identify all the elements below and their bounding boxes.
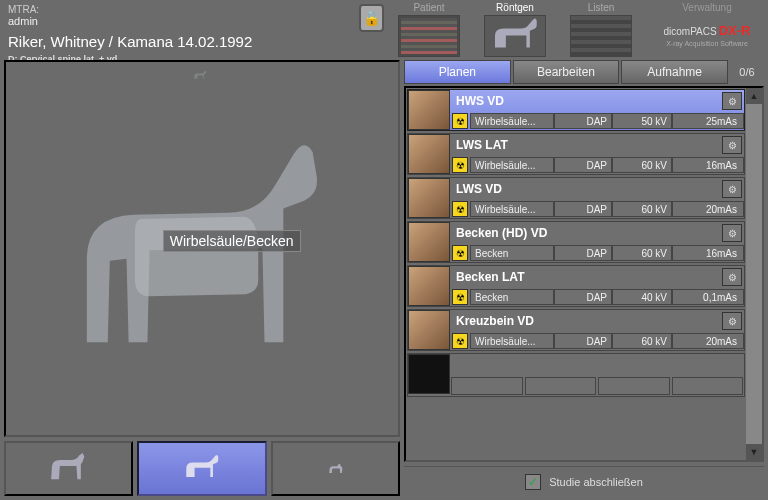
exam-kv: 60 kV xyxy=(612,245,672,261)
exam-row[interactable]: Becken LAT⚙☢BeckenDAP40 kV0,1mAs xyxy=(407,265,745,307)
species-horse[interactable] xyxy=(4,441,133,496)
exam-settings-button[interactable]: ⚙ xyxy=(722,312,742,330)
scroll-track[interactable] xyxy=(746,104,762,444)
nav-listen-label: Listen xyxy=(588,2,615,13)
exam-empty-row xyxy=(407,353,745,397)
nav-patient-label: Patient xyxy=(413,2,444,13)
exam-title: HWS VD xyxy=(450,94,722,108)
logo-brand: dicomPACS xyxy=(664,26,717,37)
tab-bearbeiten[interactable]: Bearbeiten xyxy=(513,60,620,84)
exam-kv: 60 kV xyxy=(612,333,672,349)
exam-mas: 20mAs xyxy=(672,201,744,217)
nav-patient-thumb xyxy=(398,15,460,57)
exam-category: Wirbelsäule... xyxy=(470,333,554,349)
settings-icon: ⚙ xyxy=(728,140,737,151)
exam-kv: 60 kV xyxy=(612,201,672,217)
radiation-icon: ☢ xyxy=(452,245,468,261)
exam-dap: DAP xyxy=(554,289,612,305)
species-cat[interactable] xyxy=(271,441,400,496)
exam-category: Wirbelsäule... xyxy=(470,157,554,173)
nav-listen[interactable]: Listen xyxy=(566,2,636,58)
exam-thumb xyxy=(408,90,450,130)
species-selector xyxy=(4,441,400,496)
nav-patient[interactable]: Patient xyxy=(394,2,464,58)
exam-settings-button[interactable]: ⚙ xyxy=(722,224,742,242)
exam-row[interactable]: Kreuzbein VD⚙☢Wirbelsäule...DAP60 kV20mA… xyxy=(407,309,745,351)
nav-roentgen-thumb xyxy=(484,15,546,57)
exam-thumb xyxy=(408,178,450,218)
exam-title: LWS VD xyxy=(450,182,722,196)
settings-icon: ⚙ xyxy=(728,272,737,283)
exam-mas: 25mAs xyxy=(672,113,744,129)
finish-study-row[interactable]: ✓ Studie abschließen xyxy=(404,466,764,496)
exam-category: Becken xyxy=(470,289,554,305)
tab-planen[interactable]: Planen xyxy=(404,60,511,84)
exam-dap: DAP xyxy=(554,245,612,261)
exam-title: Becken (HD) VD xyxy=(450,226,722,240)
scroll-down-icon[interactable]: ▼ xyxy=(746,444,762,460)
exam-thumb xyxy=(408,310,450,350)
exam-category: Wirbelsäule... xyxy=(470,201,554,217)
exam-title: Becken LAT xyxy=(450,270,722,284)
exam-dap: DAP xyxy=(554,157,612,173)
exam-dap: DAP xyxy=(554,113,612,129)
scroll-up-icon[interactable]: ▲ xyxy=(746,88,762,104)
tab-count: 0/6 xyxy=(730,66,764,78)
mtra-label: MTRA: xyxy=(8,4,351,15)
exam-kv: 60 kV xyxy=(612,157,672,173)
exam-mas: 16mAs xyxy=(672,157,744,173)
exam-mas: 20mAs xyxy=(672,333,744,349)
exam-row[interactable]: LWS VD⚙☢Wirbelsäule...DAP60 kV20mAs xyxy=(407,177,745,219)
exam-thumb xyxy=(408,134,450,174)
nav-verwaltung[interactable]: Verwaltung xyxy=(682,2,731,13)
logo-subtitle: X-ray Acquisition Software xyxy=(666,40,748,47)
exam-row[interactable]: Becken (HD) VD⚙☢BeckenDAP60 kV16mAs xyxy=(407,221,745,263)
horse-icon xyxy=(31,453,106,484)
exam-row[interactable]: LWS LAT⚙☢Wirbelsäule...DAP60 kV16mAs xyxy=(407,133,745,175)
exam-kv: 40 kV xyxy=(612,289,672,305)
nav-listen-thumb xyxy=(570,15,632,57)
mini-dog-icon xyxy=(192,70,212,83)
exam-mas: 16mAs xyxy=(672,245,744,261)
radiation-icon: ☢ xyxy=(452,289,468,305)
exam-settings-button[interactable]: ⚙ xyxy=(722,268,742,286)
exam-mas: 0,1mAs xyxy=(672,289,744,305)
mode-tabs: Planen Bearbeiten Aufnahme 0/6 xyxy=(404,60,764,84)
lock-button[interactable]: 🔒 xyxy=(359,4,384,32)
exam-thumb-empty xyxy=(408,354,450,394)
top-bar: MTRA: admin Riker, Whitney / Kamana 14.0… xyxy=(0,0,768,60)
settings-icon: ⚙ xyxy=(728,316,737,327)
exam-category: Becken xyxy=(470,245,554,261)
radiation-icon: ☢ xyxy=(452,201,468,217)
radiation-icon: ☢ xyxy=(452,157,468,173)
check-icon: ✓ xyxy=(525,474,541,490)
exam-row[interactable]: HWS VD⚙☢Wirbelsäule...DAP50 kV25mAs xyxy=(407,89,745,131)
nav-roentgen-label: Röntgen xyxy=(496,2,534,13)
radiation-icon: ☢ xyxy=(452,113,468,129)
exam-kv: 50 kV xyxy=(612,113,672,129)
nav-thumbnails: Patient Röntgen Listen Verwaltung dicomP… xyxy=(388,0,768,60)
species-dog[interactable] xyxy=(137,441,266,496)
exam-dap: DAP xyxy=(554,333,612,349)
nav-roentgen[interactable]: Röntgen xyxy=(480,2,550,58)
exam-settings-button[interactable]: ⚙ xyxy=(722,180,742,198)
patient-name: Riker, Whitney / Kamana 14.02.1992 xyxy=(8,33,351,50)
exam-category: Wirbelsäule... xyxy=(470,113,554,129)
dog-icon xyxy=(164,453,239,484)
exam-title: Kreuzbein VD xyxy=(450,314,722,328)
exam-scrollbar[interactable]: ▲ ▼ xyxy=(746,88,762,460)
radiation-icon: ☢ xyxy=(452,333,468,349)
lock-icon: 🔒 xyxy=(363,10,380,26)
exam-settings-button[interactable]: ⚙ xyxy=(722,92,742,110)
exam-thumb xyxy=(408,266,450,306)
finish-study-label: Studie abschließen xyxy=(549,476,643,488)
logo-dx: DX-R xyxy=(719,23,751,38)
anatomy-view[interactable]: Wirbelsäule/Becken xyxy=(4,60,400,437)
tab-aufnahme[interactable]: Aufnahme xyxy=(621,60,728,84)
exam-dap: DAP xyxy=(554,201,612,217)
exam-thumb xyxy=(408,222,450,262)
settings-icon: ⚙ xyxy=(728,96,737,107)
exam-list: HWS VD⚙☢Wirbelsäule...DAP50 kV25mAsLWS L… xyxy=(404,86,764,462)
settings-icon: ⚙ xyxy=(728,184,737,195)
exam-settings-button[interactable]: ⚙ xyxy=(722,136,742,154)
